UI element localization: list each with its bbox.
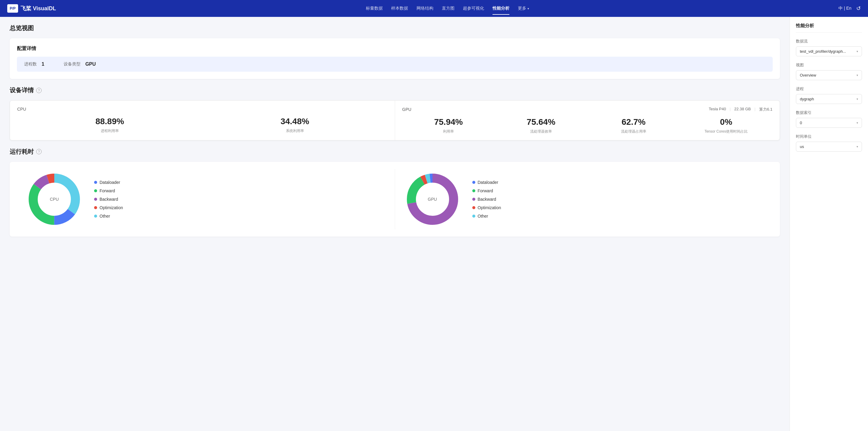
gpu-legend-backward: Backward: [472, 197, 501, 202]
dataloader-dot: [94, 181, 97, 184]
gpu-legend: Dataloader Forward Backward Optimiz: [472, 180, 501, 219]
device-type-label: 设备类型: [64, 62, 81, 67]
chevron-down-icon: ▾: [527, 7, 529, 10]
device-type-value: GPU: [85, 62, 96, 67]
runtime-help-icon[interactable]: ?: [36, 149, 42, 154]
runtime-container: CPU Dataloader Forward Bac: [10, 162, 780, 237]
backward-dot: [94, 198, 97, 201]
datastream-value: test_vdl_profiler/dygraph...: [800, 49, 857, 54]
time-unit-chevron-icon: ▾: [857, 145, 858, 148]
device-row: CPU 88.89% 进程利用率 34.48% 系统利用率: [10, 101, 780, 140]
time-unit-value: us: [800, 144, 857, 149]
datastream-chevron-icon: ▾: [857, 50, 858, 53]
gpu-label: GPU: [402, 107, 411, 112]
gpu-metric-3-label: Tensor Cores使用时间占比: [680, 129, 772, 134]
top-navigation: P/P 飞桨 VisualDL 标量数据 样本数据 网络结构 直方图 超参可视化…: [0, 0, 868, 17]
cpu-legend-optimization: Optimization: [94, 205, 123, 210]
optimization-dot: [94, 206, 97, 209]
gpu-memory: 22.38 GB: [734, 107, 751, 112]
gpu-metric-1-value: 75.64%: [495, 117, 587, 127]
main-layout: 总览视图 配置详情 进程数 1 设备类型 GPU 设备详情 ?: [0, 17, 868, 431]
sidebar-process-label: 进程: [796, 86, 862, 92]
process-value: dygraph: [800, 97, 857, 101]
lang-switch[interactable]: 中 | En: [838, 6, 851, 11]
nav-item-zhifangtu[interactable]: 直方图: [442, 4, 455, 12]
refresh-icon[interactable]: ↺: [856, 5, 861, 12]
gpu-model: Tesla P40: [709, 107, 726, 112]
gpu-metric-3: 0% Tensor Cores使用时间占比: [680, 117, 772, 134]
forward-dot: [94, 189, 97, 192]
cpu-metric-1: 34.48% 系统利用率: [203, 117, 388, 134]
sidebar-view-section: 视图 Overview ▾: [796, 62, 862, 80]
runtime-section-header: 运行耗时 ?: [10, 148, 780, 156]
gpu-metric-1: 75.64% 流处理器效率: [495, 117, 587, 134]
nav-item-more[interactable]: 更多 ▾: [518, 4, 529, 12]
logo: P/P 飞桨 VisualDL: [7, 4, 56, 13]
gpu-compute: 算力6.1: [759, 107, 772, 112]
runtime-cpu-half: CPU Dataloader Forward Bac: [17, 169, 395, 229]
view-select[interactable]: Overview ▾: [796, 70, 862, 80]
device-help-icon[interactable]: ?: [36, 88, 42, 93]
nav-item-chaocan[interactable]: 超参可视化: [463, 4, 484, 12]
gpu-donut-wrap: GPU: [402, 169, 463, 229]
sidebar-time-unit-label: 时间单位: [796, 134, 862, 139]
gpu-metric-3-value: 0%: [680, 117, 772, 127]
gpu-header: GPU Tesla P40 | 22.38 GB | 算力6.1: [402, 107, 773, 112]
device-section-title: 设备详情: [10, 86, 34, 94]
sidebar-title: 性能分析: [796, 23, 862, 33]
gpu-metric-0-value: 75.94%: [402, 117, 495, 127]
gpu-metric-1-label: 流处理器效率: [495, 129, 587, 134]
gpu-legend-optimization: Optimization: [472, 205, 501, 210]
logo-text: 飞桨 VisualDL: [21, 5, 56, 12]
backward-label: Backward: [99, 197, 118, 202]
cpu-metric-0-label: 进程利用率: [17, 128, 203, 134]
gpu-backward-label: Backward: [478, 197, 496, 202]
cpu-legend-backward: Backward: [94, 197, 123, 202]
runtime-gpu-half: GPU Dataloader Forward Bac: [395, 169, 773, 229]
cpu-metrics-row: 88.89% 进程利用率 34.48% 系统利用率: [17, 117, 388, 134]
config-card: 配置详情 进程数 1 设备类型 GPU: [10, 38, 780, 79]
nav-item-xingneng[interactable]: 性能分析: [493, 4, 509, 12]
cpu-metric-0: 88.89% 进程利用率: [17, 117, 203, 134]
gpu-legend-other: Other: [472, 214, 501, 219]
device-section-wrap: 设备详情 ? CPU 88.89% 进程利用率 34.48: [10, 86, 780, 140]
gpu-metrics-row: 75.94% 利用率 75.64% 流处理器效率 62.7% 流处理器占用率: [402, 117, 773, 134]
gpu-dataloader-dot: [472, 181, 475, 184]
sidebar-datastream-section: 数据流 test_vdl_profiler/dygraph... ▾: [796, 39, 862, 56]
cpu-metric-0-value: 88.89%: [17, 117, 203, 127]
datastream-select[interactable]: test_vdl_profiler/dygraph... ▾: [796, 46, 862, 56]
process-chevron-icon: ▾: [857, 97, 858, 101]
data-index-select[interactable]: 0 ▾: [796, 118, 862, 128]
other-dot: [94, 214, 97, 218]
nav-items: 标量数据 样本数据 网络结构 直方图 超参可视化 性能分析 更多 ▾: [66, 4, 829, 12]
page-title: 总览视图: [10, 24, 780, 32]
nav-item-biaoliangshuju[interactable]: 标量数据: [366, 4, 383, 12]
config-row: 进程数 1 设备类型 GPU: [17, 57, 773, 72]
gpu-section: GPU Tesla P40 | 22.38 GB | 算力6.1: [395, 101, 780, 140]
process-select[interactable]: dygraph ▾: [796, 94, 862, 104]
cpu-donut-wrap: CPU: [24, 169, 85, 229]
nav-item-yangbenshuju[interactable]: 样本数据: [391, 4, 408, 12]
gpu-metric-2: 62.7% 流处理器占用率: [587, 117, 680, 134]
device-type-item: 设备类型 GPU: [64, 62, 96, 67]
forward-label: Forward: [99, 188, 115, 193]
gpu-donut-label: GPU: [428, 197, 437, 202]
gpu-other-label: Other: [478, 214, 488, 219]
nav-item-wangluojiegou[interactable]: 网络结构: [416, 4, 433, 12]
runtime-section-title: 运行耗时: [10, 148, 34, 156]
sidebar-time-unit-section: 时间单位 us ▾: [796, 134, 862, 152]
logo-icon: P/P: [7, 4, 18, 13]
time-unit-select[interactable]: us ▾: [796, 142, 862, 152]
cpu-legend: Dataloader Forward Backward Optimiz: [94, 180, 123, 219]
cpu-label: CPU: [17, 107, 388, 111]
cpu-legend-other: Other: [94, 214, 123, 219]
gpu-dataloader-label: Dataloader: [478, 180, 499, 185]
sidebar-process-section: 进程 dygraph ▾: [796, 86, 862, 104]
config-title: 配置详情: [17, 45, 773, 52]
gpu-metric-0-label: 利用率: [402, 129, 495, 134]
sidebar-datastream-label: 数据流: [796, 39, 862, 44]
device-card: CPU 88.89% 进程利用率 34.48% 系统利用率: [10, 100, 780, 140]
data-index-chevron-icon: ▾: [857, 121, 858, 125]
cpu-legend-dataloader: Dataloader: [94, 180, 123, 185]
process-count-label: 进程数: [24, 62, 37, 67]
